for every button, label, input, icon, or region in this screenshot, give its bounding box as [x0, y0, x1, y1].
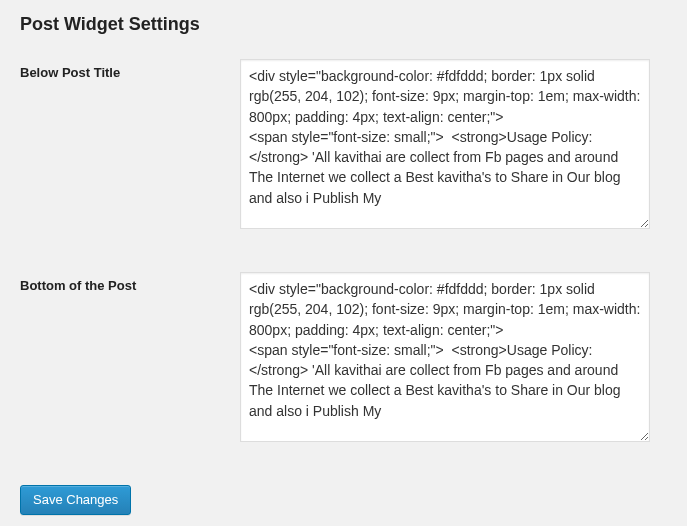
row-below-post-title: Below Post Title	[20, 59, 667, 232]
field-bottom-of-post	[240, 272, 667, 445]
page-title: Post Widget Settings	[20, 14, 667, 35]
save-changes-button[interactable]: Save Changes	[20, 485, 131, 515]
submit-row: Save Changes	[20, 485, 667, 515]
textarea-bottom-of-post[interactable]	[240, 272, 650, 442]
label-below-post-title: Below Post Title	[20, 59, 240, 80]
row-bottom-of-post: Bottom of the Post	[20, 272, 667, 445]
settings-wrap: Post Widget Settings Below Post Title Bo…	[0, 0, 687, 526]
field-below-post-title	[240, 59, 667, 232]
label-bottom-of-post: Bottom of the Post	[20, 272, 240, 293]
textarea-below-post-title[interactable]	[240, 59, 650, 229]
